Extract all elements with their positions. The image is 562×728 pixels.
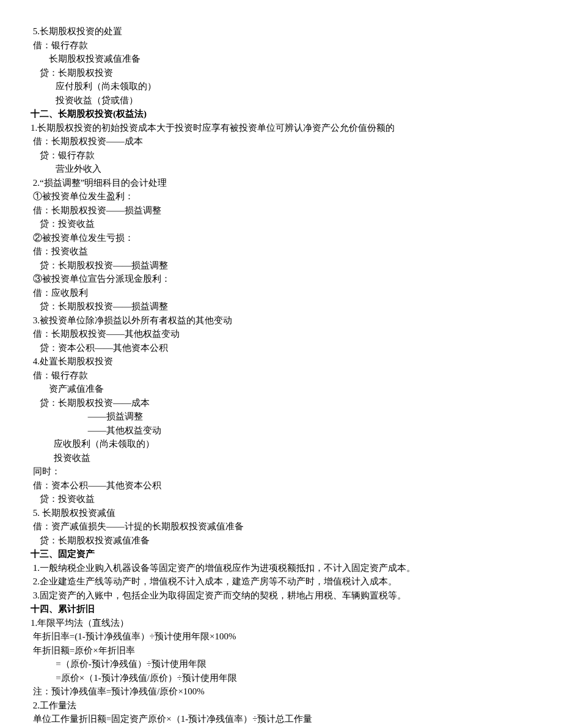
text-line: 借：银行存款 [31, 369, 531, 383]
text-line: 3.固定资产的入账中，包括企业为取得固定资产而交纳的契税，耕地占用税、车辆购置税… [31, 589, 531, 603]
text-line: 2.企业建造生产线等动产时，增值税不计入成本，建造产房等不动产时，增值税计入成本… [31, 575, 531, 589]
section-heading: 十二、长期股权投资(权益法) [31, 107, 531, 121]
text-line: 2.“损益调整”明细科目的会计处理 [31, 176, 531, 190]
text-line: 借：资产减值损失——计提的长期股权投资减值准备 [31, 520, 531, 534]
text-line: 月折旧额=当月工作量×单位工作量折旧额 [31, 726, 531, 729]
text-line: 5.长期股权投资的处置 [31, 24, 531, 39]
text-line: 借：应收股利 [31, 286, 531, 300]
section-heading: 十三、固定资产 [31, 547, 531, 561]
text-line: 2.工作量法 [31, 699, 531, 713]
text-line: ③被投资单位宣告分派现金股利： [31, 272, 531, 286]
text-line: ②被投资单位发生亏损： [31, 231, 531, 245]
text-line: 借：投资收益 [31, 245, 531, 259]
text-line: 1.长期股权投资的初始投资成本大于投资时应享有被投资单位可辨认净资产公允价值份额… [31, 121, 531, 135]
text-line: 1.一般纳税企业购入机器设备等固定资产的增值税应作为进项税额抵扣，不计入固定资产… [31, 561, 531, 575]
text-line: 长期股权投资减值准备 [31, 52, 531, 66]
text-line: 单位工作量折旧额=固定资产原价×（1-预计净残值率）÷预计总工作量 [31, 712, 531, 726]
text-line: 1.年限平均法（直线法） [31, 616, 531, 630]
text-line: 贷：长期股权投资减值准备 [31, 534, 531, 548]
text-line: 贷：银行存款 [31, 149, 531, 163]
text-line: 贷：长期股权投资——成本 [31, 396, 531, 410]
text-line: 3.被投资单位除净损益以外所有者权益的其他变动 [31, 314, 531, 328]
text-line: 应收股利（尚未领取的） [31, 437, 531, 451]
text-line: 年折旧率=(1-预计净残值率）÷预计使用年限×100% [31, 630, 531, 644]
text-line: 贷：长期股权投资——损益调整 [31, 300, 531, 314]
section-heading: 十四、累计折旧 [31, 602, 531, 616]
text-line: 贷：长期股权投资 [31, 66, 531, 80]
text-line: 应付股利（尚未领取的） [31, 79, 531, 94]
text-line: 年折旧额=原价×年折旧率 [31, 644, 531, 658]
text-line: 借：长期股权投资——成本 [31, 134, 531, 149]
text-line: 5. 长期股权投资减值 [31, 506, 531, 520]
text-line: 贷：资本公积——其他资本公积 [31, 341, 531, 355]
text-line: 贷：投资收益 [31, 492, 531, 506]
text-line: 投资收益（贷或借） [31, 94, 531, 108]
text-line: 借：银行存款 [31, 39, 531, 53]
text-line: 营业外收入 [31, 162, 531, 176]
text-line: 借：长期股权投资——其他权益变动 [31, 327, 531, 341]
text-line: 注：预计净残值率=预计净残值/原价×100% [31, 685, 531, 699]
text-line: 贷：投资收益 [31, 217, 531, 231]
text-line: 借：资本公积——其他资本公积 [31, 479, 531, 493]
text-line: 贷：长期股权投资——损益调整 [31, 259, 531, 273]
text-line: 资产减值准备 [31, 382, 531, 396]
text-line: ①被投资单位发生盈利： [31, 189, 531, 204]
text-line: 4.处置长期股权投资 [31, 355, 531, 369]
text-line: ——损益调整 [31, 410, 531, 424]
text-line: ——其他权益变动 [31, 424, 531, 438]
text-line: 投资收益 [31, 451, 531, 465]
text-line: =原价×（1-预计净残值/原价）÷预计使用年限 [31, 671, 531, 685]
text-line: 借：长期股权投资——损益调整 [31, 204, 531, 218]
text-line: 同时： [31, 465, 531, 479]
text-line: =（原价-预计净残值）÷预计使用年限 [31, 657, 531, 671]
document-content: 5.长期股权投资的处置 借：银行存款 长期股权投资减值准备 贷：长期股权投资 应… [31, 24, 531, 728]
